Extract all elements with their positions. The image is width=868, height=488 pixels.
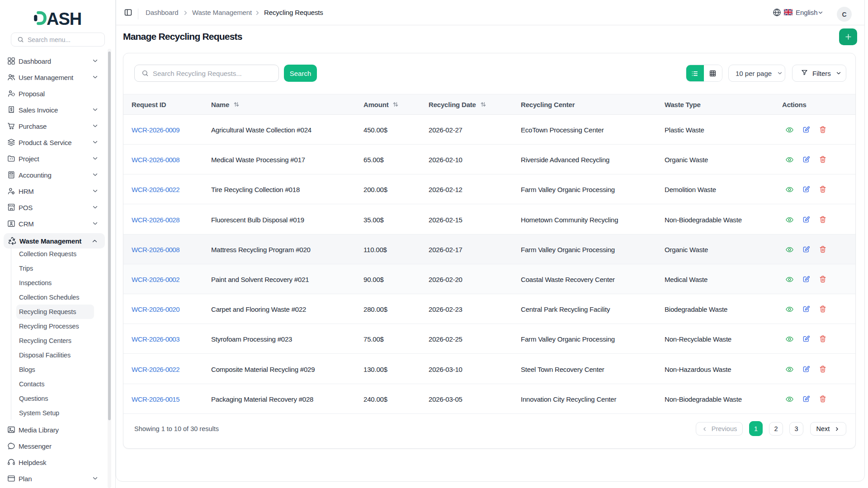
svg-text:ASH: ASH [47, 10, 81, 26]
